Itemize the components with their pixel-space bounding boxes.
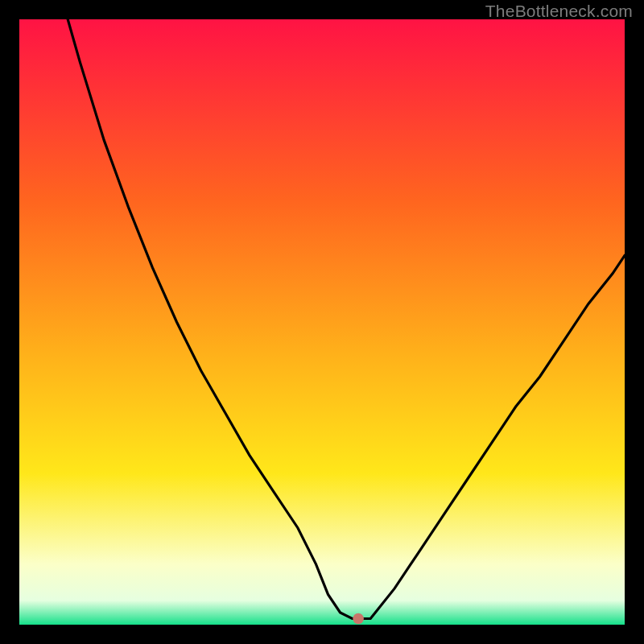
chart-svg <box>19 19 625 625</box>
chart-frame: TheBottleneck.com <box>0 0 644 644</box>
watermark-text: TheBottleneck.com <box>485 2 633 21</box>
gradient-background <box>19 19 625 625</box>
optimum-marker <box>353 613 364 625</box>
plot-area <box>19 19 625 625</box>
